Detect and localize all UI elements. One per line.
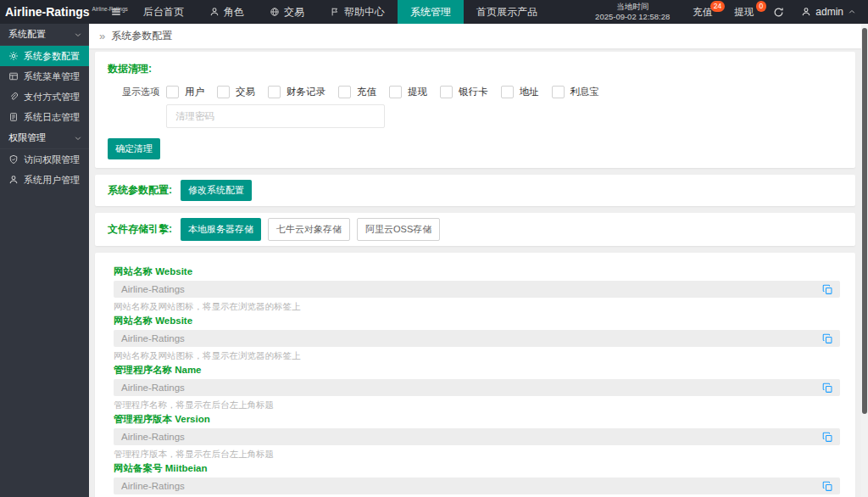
nav-item-label: 交易 bbox=[284, 5, 304, 20]
field-label: 管理程序版本 Version bbox=[114, 414, 840, 425]
field-label: 管理程序名称 Name bbox=[114, 365, 840, 376]
storage-engine-button-1[interactable]: 七牛云对象存储 bbox=[268, 218, 350, 241]
field-value: Airline-Ratings bbox=[121, 481, 185, 491]
checkbox-label: 提现 bbox=[408, 86, 427, 98]
nav-item-label: 后台首页 bbox=[143, 5, 184, 20]
nav-item-2[interactable]: 交易 bbox=[257, 0, 317, 24]
field-input[interactable]: Airline-Ratings bbox=[114, 379, 840, 396]
main-area: » 系统参数配置 数据清理: 显示选项 用户交易财务记录充值提现银行卡地址利息宝… bbox=[89, 24, 861, 497]
checkbox[interactable] bbox=[217, 86, 230, 98]
options-label: 显示选项 bbox=[122, 86, 161, 98]
checkbox-option-4[interactable]: 提现 bbox=[389, 86, 427, 98]
checkbox[interactable] bbox=[338, 86, 351, 98]
sidebar-section-1[interactable]: 权限管理 bbox=[0, 127, 89, 149]
clean-password-input[interactable] bbox=[166, 104, 385, 128]
checkbox-option-0[interactable]: 用户 bbox=[166, 86, 204, 98]
field-input[interactable]: Airline-Ratings bbox=[114, 477, 840, 494]
sidebar-item-0-1[interactable]: 系统菜单管理 bbox=[0, 66, 89, 87]
checkbox[interactable] bbox=[166, 86, 179, 98]
checkbox[interactable] bbox=[268, 86, 281, 98]
breadcrumb-label: 系统参数配置 bbox=[111, 29, 172, 43]
withdraw-button[interactable]: 提现 0 bbox=[723, 0, 765, 24]
help-text: 管理程序版本，将显示在后台左上角标题 bbox=[114, 449, 274, 459]
app-logo-sup: Airline-Ratings bbox=[92, 6, 128, 12]
chevron-up-icon bbox=[848, 8, 856, 16]
checkbox-option-3[interactable]: 充值 bbox=[338, 86, 376, 98]
checkbox-option-7[interactable]: 利息宝 bbox=[552, 86, 600, 98]
vertical-scrollbar[interactable] bbox=[861, 24, 868, 497]
paperclip-icon bbox=[8, 92, 19, 102]
storage-engine-label: 文件存储引擎: bbox=[108, 222, 172, 237]
field-help: 网站名称及网站图标，将显示在浏览器的标签上 bbox=[114, 301, 840, 311]
settings-form-card: 网站名称 WebsiteAirline-Ratings网站名称及网站图标，将显示… bbox=[95, 253, 855, 497]
nav-item-4[interactable]: 系统管理 bbox=[398, 0, 464, 24]
help-text: 网站名称及网站图标，将显示在浏览器的标签上 bbox=[114, 350, 301, 360]
checkbox[interactable] bbox=[552, 86, 565, 98]
scrollbar-thumb[interactable] bbox=[862, 28, 867, 414]
copy-icon[interactable] bbox=[822, 284, 833, 295]
sidebar-item-0-2[interactable]: 支付方式管理 bbox=[0, 87, 89, 107]
nav-item-3[interactable]: 帮助中心 bbox=[317, 0, 398, 24]
data-clean-title: 数据清理: bbox=[108, 62, 843, 76]
refresh-icon bbox=[773, 7, 784, 18]
copy-icon[interactable] bbox=[822, 333, 833, 344]
storage-engine-button-2[interactable]: 阿里云OSS存储 bbox=[357, 218, 440, 241]
copy-icon[interactable] bbox=[822, 383, 833, 394]
user-menu[interactable]: admin bbox=[793, 0, 868, 24]
checkbox[interactable] bbox=[389, 86, 402, 98]
withdraw-badge: 0 bbox=[756, 1, 767, 12]
checkbox-option-2[interactable]: 财务记录 bbox=[268, 86, 326, 98]
system-config-card: 系统参数配置: 修改系统配置 bbox=[95, 175, 855, 206]
content: 数据清理: 显示选项 用户交易财务记录充值提现银行卡地址利息宝 确定清理 系统参… bbox=[89, 48, 861, 497]
sidebar-item-label: 访问权限管理 bbox=[24, 154, 80, 166]
app-logo: Airline-Ratings Airline-Ratings bbox=[0, 0, 102, 24]
nav-item-0[interactable]: 后台首页 bbox=[131, 0, 197, 24]
exchange-icon bbox=[270, 7, 280, 17]
sidebar-item-1-0[interactable]: 访问权限管理 bbox=[0, 149, 89, 170]
sidebar-section-0[interactable]: 系统配置 bbox=[0, 24, 89, 46]
modify-system-config-button[interactable]: 修改系统配置 bbox=[181, 180, 252, 201]
chevron-down-icon bbox=[74, 31, 82, 39]
sidebar-item-1-1[interactable]: 系统用户管理 bbox=[0, 170, 89, 190]
person-icon bbox=[209, 7, 220, 17]
copy-icon[interactable] bbox=[822, 481, 833, 492]
field-value: Airline-Ratings bbox=[121, 383, 185, 393]
sidebar-section-title: 系统配置 bbox=[8, 28, 46, 41]
checkbox[interactable] bbox=[440, 86, 453, 98]
field-help: 管理程序名称，将显示在后台左上角标题 bbox=[114, 399, 840, 410]
nav-item-1[interactable]: 角色 bbox=[197, 0, 257, 24]
field-input[interactable]: Airline-Ratings bbox=[114, 281, 840, 298]
flag-icon bbox=[330, 7, 340, 17]
storage-engine-options: 本地服务器存储七牛云对象存储阿里云OSS存储 bbox=[181, 218, 440, 241]
person-icon bbox=[801, 7, 811, 17]
app-logo-text: Airline-Ratings bbox=[5, 5, 90, 19]
refresh-button[interactable] bbox=[765, 0, 793, 24]
checkbox-option-6[interactable]: 地址 bbox=[501, 86, 539, 98]
hamburger-menu-button[interactable] bbox=[102, 0, 131, 24]
checkbox-option-1[interactable]: 交易 bbox=[217, 86, 255, 98]
person-icon bbox=[8, 175, 19, 185]
checkbox-label: 地址 bbox=[520, 86, 539, 98]
field-input[interactable]: Airline-Ratings bbox=[114, 428, 840, 445]
checkbox[interactable] bbox=[501, 86, 514, 98]
field-input[interactable]: Airline-Ratings bbox=[114, 330, 840, 347]
field-label: 网站备案号 Miitbeian bbox=[114, 463, 840, 474]
shield-icon bbox=[8, 154, 19, 165]
breadcrumb: » 系统参数配置 bbox=[89, 24, 861, 48]
field-label: 网站名称 Website bbox=[114, 266, 840, 277]
nav-item-5[interactable]: 首页展示产品 bbox=[464, 0, 550, 24]
menu-grid-icon bbox=[8, 71, 19, 81]
sidebar-item-label: 支付方式管理 bbox=[24, 91, 80, 103]
copy-icon[interactable] bbox=[822, 432, 833, 443]
checkbox-label: 财务记录 bbox=[287, 86, 326, 98]
sidebar-item-0-3[interactable]: 系统日志管理 bbox=[0, 107, 89, 127]
settings-form: 网站名称 WebsiteAirline-Ratings网站名称及网站图标，将显示… bbox=[114, 266, 840, 497]
recharge-button[interactable]: 充值 24 bbox=[682, 0, 723, 24]
storage-engine-button-0[interactable]: 本地服务器存储 bbox=[181, 218, 261, 241]
checkbox-option-5[interactable]: 银行卡 bbox=[440, 86, 488, 98]
field-value: Airline-Ratings bbox=[121, 284, 185, 294]
sidebar-item-0-0[interactable]: 系统参数配置 bbox=[0, 46, 89, 66]
confirm-clean-button[interactable]: 确定清理 bbox=[108, 138, 160, 159]
checkbox-label: 充值 bbox=[357, 86, 376, 98]
system-config-label: 系统参数配置: bbox=[108, 183, 172, 198]
